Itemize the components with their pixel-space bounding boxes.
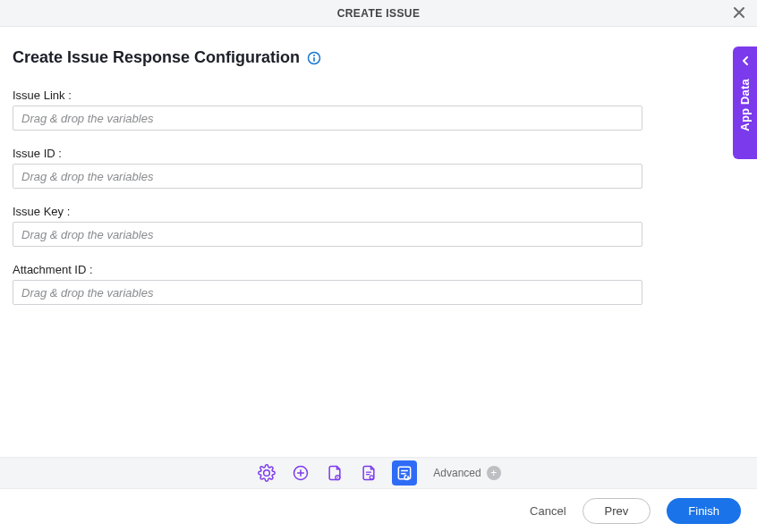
app-data-tab-label: App Data [738, 79, 752, 131]
step-response-config[interactable] [392, 460, 417, 486]
close-button[interactable] [732, 5, 746, 23]
field-attachment-id: Attachment ID : [13, 263, 744, 305]
step-bar: Advanced + [0, 457, 757, 489]
info-icon[interactable] [307, 51, 321, 65]
chevron-left-icon [740, 54, 751, 70]
section-title-row: Create Issue Response Configuration [13, 48, 744, 67]
close-icon [732, 5, 746, 20]
finish-button[interactable]: Finish [667, 498, 741, 524]
advanced-toggle[interactable]: Advanced + [433, 466, 500, 480]
document-config-icon [360, 464, 378, 482]
svg-point-5 [337, 477, 339, 478]
dialog-content: Create Issue Response Configuration Issu… [0, 27, 757, 305]
cancel-button[interactable]: Cancel [530, 504, 566, 518]
document-gear-icon [326, 464, 344, 482]
svg-point-6 [370, 476, 374, 479]
response-config-icon [396, 464, 413, 482]
input-attachment-id[interactable] [13, 280, 642, 305]
step-doc-gear-2[interactable] [358, 462, 379, 484]
dialog-title: CREATE ISSUE [337, 7, 421, 20]
advanced-label: Advanced [433, 467, 481, 479]
input-issue-key[interactable] [13, 222, 642, 247]
svg-rect-2 [313, 57, 315, 62]
dialog-footer: Cancel Prev Finish [0, 489, 757, 532]
field-label-issue-link: Issue Link : [13, 89, 744, 102]
field-label-issue-key: Issue Key : [13, 205, 744, 218]
app-data-tab[interactable]: App Data [733, 46, 757, 159]
section-title: Create Issue Response Configuration [13, 48, 300, 67]
field-issue-key: Issue Key : [13, 205, 744, 247]
step-settings[interactable] [256, 462, 277, 484]
field-label-attachment-id: Attachment ID : [13, 263, 744, 276]
field-issue-link: Issue Link : [13, 89, 744, 131]
svg-point-1 [313, 55, 315, 56]
step-doc-gear[interactable] [324, 462, 345, 484]
gear-icon [258, 464, 276, 482]
prev-button[interactable]: Prev [583, 498, 651, 524]
step-add[interactable] [290, 462, 311, 484]
plus-icon: + [487, 466, 501, 480]
dialog-header: CREATE ISSUE [0, 0, 757, 27]
field-label-issue-id: Issue ID : [13, 147, 744, 160]
input-issue-id[interactable] [13, 164, 642, 189]
plus-circle-icon [292, 464, 310, 482]
input-issue-link[interactable] [13, 106, 642, 131]
field-issue-id: Issue ID : [13, 147, 744, 189]
